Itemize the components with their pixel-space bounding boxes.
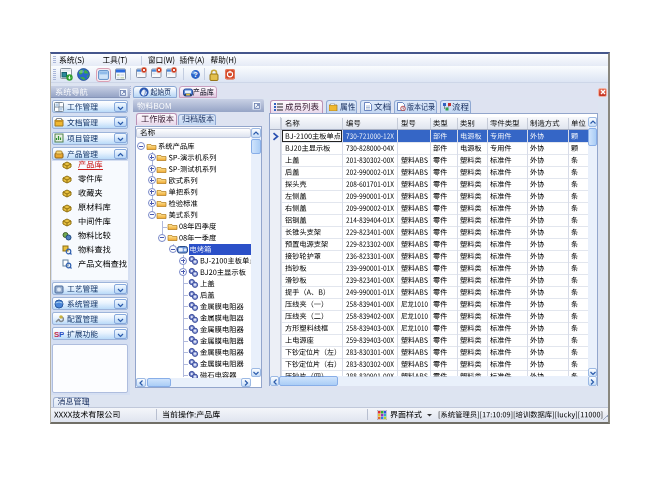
svg-text:?: ? <box>193 70 198 79</box>
svg-text:P: P <box>59 330 64 339</box>
